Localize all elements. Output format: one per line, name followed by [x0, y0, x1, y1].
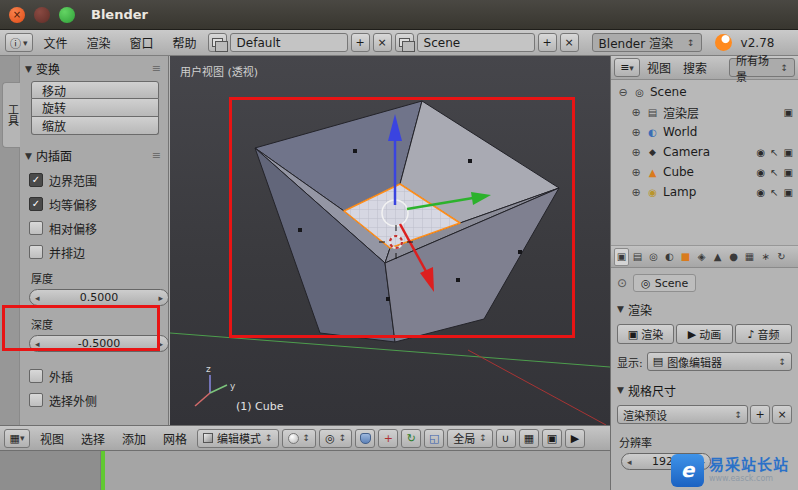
outliner-item-label[interactable]: Scene [650, 85, 687, 99]
add-preset-button[interactable]: + [750, 405, 770, 424]
outliner-editor-type-button[interactable]: ≡ ▾ [614, 58, 640, 77]
outliner-item-label[interactable]: Camera [663, 145, 710, 159]
thickness-slider[interactable]: ◂ 0.5000 ▸ [29, 289, 169, 306]
offset-relative-checkbox[interactable] [29, 221, 43, 235]
tab-particles[interactable]: ∗ [758, 248, 773, 266]
outliner-menu-view[interactable]: 视图 [642, 59, 676, 76]
snap-toggle-button[interactable]: ∪ [496, 429, 516, 448]
visibility-eye-icon[interactable]: ◉ [756, 147, 765, 158]
render-preset-dropdown[interactable]: 渲染预设 ↕ [617, 405, 748, 424]
expand-icon[interactable]: ⊕ [630, 126, 642, 139]
outliner-row-world[interactable]: ⊕ ◐ World [611, 122, 798, 142]
menu-add[interactable]: 添加 [115, 430, 153, 447]
manipulator-rotate-button[interactable]: ↻ [401, 429, 421, 448]
opengl-render-button[interactable]: ▣ [542, 429, 562, 448]
orientation-dropdown[interactable]: 全局 ↕ [447, 429, 493, 448]
move-button[interactable]: 移动 [31, 81, 159, 99]
tab-tools[interactable]: 工具 [2, 82, 20, 148]
mode-dropdown[interactable]: 编辑模式 ↕ [197, 429, 279, 448]
window-close-button[interactable]: × [9, 7, 25, 23]
outliner-row-camera[interactable]: ⊕ ◆ Camera ◉ ↖ ▣ [611, 142, 798, 162]
scene-name-field[interactable]: Scene [417, 33, 535, 52]
delete-scene-button[interactable]: × [560, 33, 579, 52]
renderability-camera-icon[interactable]: ▣ [784, 107, 793, 118]
tab-scene[interactable]: ◎ [646, 248, 661, 266]
outliner-row-lamp[interactable]: ⊕ ◉ Lamp ◉ ↖ ▣ [611, 182, 798, 202]
edge-rail-checkbox[interactable] [29, 245, 43, 259]
tab-render[interactable]: ▣ [614, 248, 629, 266]
dimensions-panel-header[interactable]: ▼ 规格尺寸 [617, 381, 792, 399]
outset-checkbox[interactable] [29, 369, 43, 383]
render-audio-button[interactable]: ♪ 音频 [735, 324, 792, 344]
outliner-item-label[interactable]: World [663, 125, 697, 139]
snap-element-button[interactable]: ▦ [519, 429, 539, 448]
menu-file[interactable]: 文件 [36, 34, 76, 51]
menu-select[interactable]: 选择 [74, 430, 112, 447]
selectability-pointer-icon[interactable]: ↖ [770, 187, 778, 198]
expand-icon[interactable]: ⊕ [630, 146, 642, 159]
context-breadcrumb[interactable]: ◎ Scene [633, 274, 696, 292]
outliner-row-cube[interactable]: ⊕ ▲ Cube ◉ ↖ ▣ [611, 162, 798, 182]
outliner-display-filter-dropdown[interactable]: 所有场景 ↕ [729, 58, 795, 77]
tab-material[interactable]: ● [726, 248, 741, 266]
rotate-button[interactable]: 旋转 [31, 99, 159, 117]
render-engine-dropdown[interactable]: Blender 渲染 ↕ [592, 33, 702, 52]
selectability-pointer-icon[interactable]: ↖ [770, 147, 778, 158]
increment-icon[interactable]: ▸ [158, 339, 163, 349]
outliner-item-label[interactable]: Cube [663, 165, 694, 179]
manipulator-toggle-button[interactable] [355, 429, 375, 448]
offset-even-checkbox[interactable]: ✓ [29, 197, 43, 211]
shading-dropdown[interactable]: ↕ [282, 429, 317, 448]
tab-physics[interactable]: ↻ [774, 248, 789, 266]
expand-icon[interactable]: ⊕ [630, 166, 642, 179]
cube-mesh[interactable] [255, 101, 559, 342]
visibility-eye-icon[interactable]: ◉ [756, 187, 765, 198]
add-scene-button[interactable]: + [538, 33, 557, 52]
tab-texture[interactable]: ▦ [742, 248, 757, 266]
outliner-item-label[interactable]: 渲染层 [663, 104, 699, 121]
render-panel-header[interactable]: ▼ 渲染 [617, 300, 792, 318]
outliner-item-label[interactable]: Lamp [663, 185, 696, 199]
tab-constraints[interactable]: ◈ [694, 248, 709, 266]
manipulator-translate-button[interactable]: + [378, 429, 398, 448]
window-maximize-button[interactable] [59, 7, 75, 23]
renderability-camera-icon[interactable]: ▣ [784, 147, 793, 158]
screen-layout-field[interactable]: Default [230, 33, 348, 52]
tab-data[interactable]: ▲ [710, 248, 725, 266]
menu-mesh[interactable]: 网格 [156, 430, 194, 447]
expand-icon[interactable]: ⊕ [630, 186, 642, 199]
browse-scenes-button[interactable] [395, 33, 414, 52]
opengl-render-anim-button[interactable]: ▶ [565, 429, 585, 448]
menu-view[interactable]: 视图 [33, 430, 71, 447]
scale-button[interactable]: 缩放 [31, 117, 159, 135]
selectability-pointer-icon[interactable]: ↖ [770, 167, 778, 178]
window-minimize-button[interactable] [34, 7, 50, 23]
display-dropdown[interactable]: ▤ 图像编辑器 ↕ [647, 352, 792, 371]
depth-slider[interactable]: ◂ -0.5000 ▸ [29, 335, 169, 352]
add-screen-layout-button[interactable]: + [351, 33, 370, 52]
menu-render[interactable]: 渲染 [79, 34, 119, 51]
visibility-eye-icon[interactable]: ◉ [756, 167, 765, 178]
render-animation-button[interactable]: ▶ 动画 [676, 324, 733, 344]
outliner-menu-search[interactable]: 搜索 [678, 59, 712, 76]
tab-world[interactable]: ◐ [662, 248, 677, 266]
editor-type-info-button[interactable]: ⓘ ▾ [5, 33, 33, 52]
boundary-checkbox[interactable]: ✓ [29, 173, 43, 187]
editor-type-button[interactable]: ▦ ▾ [4, 429, 30, 448]
renderability-camera-icon[interactable]: ▣ [784, 167, 793, 178]
transform-panel-header[interactable]: ▼ 变换 ≡ [25, 60, 165, 77]
renderability-camera-icon[interactable]: ▣ [784, 187, 793, 198]
select-outer-checkbox[interactable] [29, 393, 43, 407]
increment-icon[interactable]: ▸ [158, 293, 163, 303]
tab-object[interactable]: ■ [678, 248, 693, 266]
manipulator-scale-button[interactable]: ◱ [424, 429, 444, 448]
outliner-row-renderlayers[interactable]: ⊕ ▤ 渲染层 ▣ [611, 102, 798, 122]
remove-preset-button[interactable]: × [772, 405, 792, 424]
delete-screen-layout-button[interactable]: × [373, 33, 392, 52]
timeline-playhead[interactable] [101, 451, 105, 490]
pin-icon[interactable]: ⊙ [617, 276, 627, 290]
viewport-3d[interactable]: z y 用户视图 (透视) (1) Cube [170, 56, 610, 425]
menu-help[interactable]: 帮助 [165, 34, 205, 51]
outliner-row-scene[interactable]: ⊖ ◎ Scene [611, 82, 798, 102]
collapse-icon[interactable]: ⊖ [617, 86, 629, 99]
